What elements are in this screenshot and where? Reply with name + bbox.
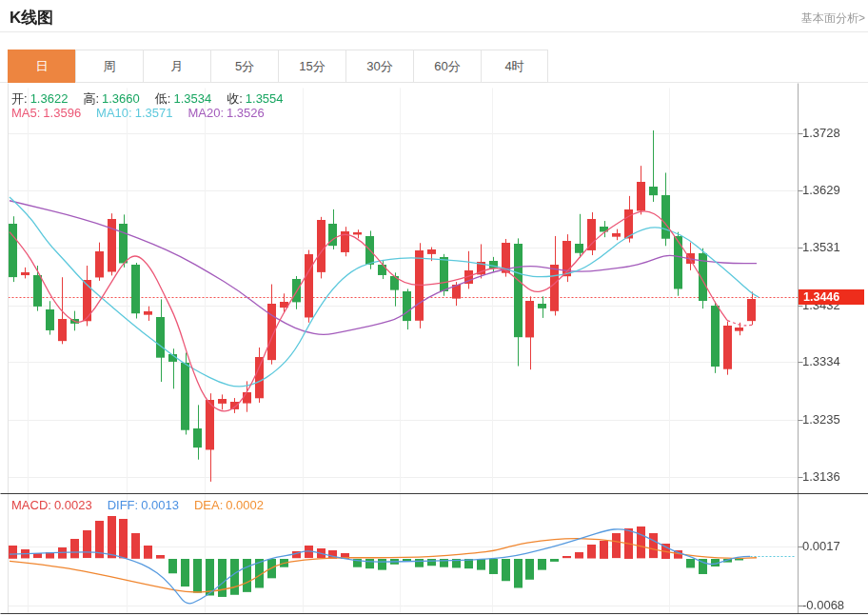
macd-info-row: MACD:0.0023DIFF:0.0013DEA:0.0002 <box>11 498 266 512</box>
open-value: 1.3622 <box>30 91 69 106</box>
diff-label: DIFF: <box>108 498 139 512</box>
kline-widget: K线图 基本面分析> 日周月5分15分30分60分4时 开:1.3622高:1.… <box>0 0 868 616</box>
ma5-value: 1.3596 <box>43 106 81 120</box>
high-value: 1.3660 <box>102 91 140 106</box>
dea-label: DEA: <box>194 498 223 512</box>
macd-axis-label: -0.0068 <box>802 598 844 612</box>
ma-info-row: MA5:1.3596MA10:1.3571MA20:1.3526 <box>11 106 267 120</box>
high-label: 高: <box>83 91 99 106</box>
macd-axis-label: 0.0017 <box>802 539 840 553</box>
page-title: K线图 <box>10 7 53 29</box>
macd-value: 0.0023 <box>54 498 92 512</box>
price-axis-label: 1.3629 <box>802 183 840 197</box>
price-axis-label: 1.3136 <box>802 469 840 484</box>
price-axis-label: 1.3531 <box>802 240 840 254</box>
open-label: 开: <box>11 91 28 106</box>
ma20-label: MA20: <box>187 106 224 120</box>
close-label: 收: <box>227 91 243 106</box>
price-axis-label: 1.3728 <box>802 126 840 140</box>
tab-15min[interactable]: 15分 <box>278 50 345 83</box>
close-value: 1.3554 <box>246 91 284 106</box>
price-axis-label: 1.3235 <box>802 412 840 427</box>
tab-5min[interactable]: 5分 <box>210 50 278 83</box>
tab-week[interactable]: 周 <box>75 50 143 83</box>
macd-label: MACD: <box>11 498 51 512</box>
tab-30min[interactable]: 30分 <box>345 50 413 83</box>
current-price-badge: 1.3446 <box>799 289 864 305</box>
header-divider <box>0 31 868 32</box>
diff-value: 0.0013 <box>141 498 179 512</box>
low-label: 低: <box>155 91 171 106</box>
interval-tabbar: 日周月5分15分30分60分4时 <box>8 50 548 83</box>
low-value: 1.3534 <box>173 91 211 106</box>
ma5-label: MA5: <box>11 106 40 120</box>
tab-month[interactable]: 月 <box>143 50 210 83</box>
ma10-value: 1.3571 <box>135 106 173 120</box>
tab-day[interactable]: 日 <box>8 50 75 83</box>
price-axis-label: 1.3334 <box>802 354 840 368</box>
dea-value: 0.0002 <box>226 498 264 512</box>
fundamental-analysis-link[interactable]: 基本面分析> <box>801 10 865 27</box>
tab-4hour[interactable]: 4时 <box>481 50 548 83</box>
tab-60min[interactable]: 60分 <box>413 50 481 83</box>
ma20-value: 1.3526 <box>227 106 265 120</box>
ma10-label: MA10: <box>96 106 132 120</box>
